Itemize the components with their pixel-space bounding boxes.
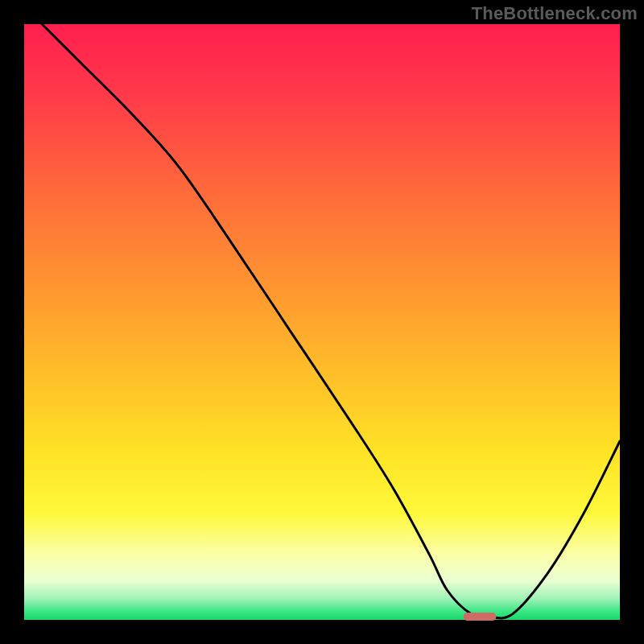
optimum-marker [464,613,497,621]
bottleneck-chart [0,0,644,644]
watermark-label: TheBottleneck.com [472,3,638,24]
chart-stage: TheBottleneck.com [0,0,644,644]
chart-background-gradient [24,24,620,620]
